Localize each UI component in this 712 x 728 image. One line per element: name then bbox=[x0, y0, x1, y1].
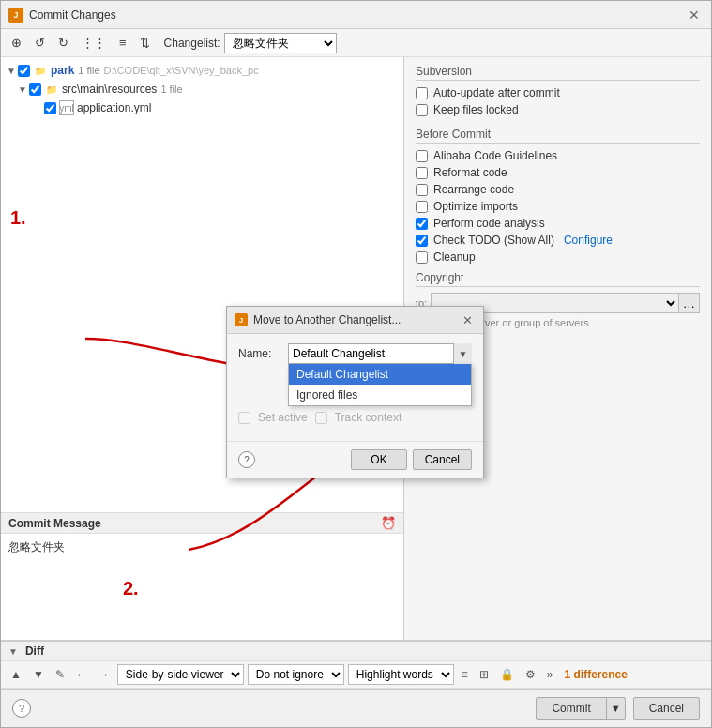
modal-title-text: Move to Another Changelist... bbox=[253, 313, 401, 326]
diff-more-btn[interactable]: » bbox=[543, 666, 557, 683]
diff-toolbar: ▲ ▼ ✎ ← → Side-by-side viewer Do not ign… bbox=[1, 661, 711, 689]
reformat-checkbox[interactable] bbox=[416, 167, 428, 179]
changelist-dropdown[interactable]: 忽略文件夹 bbox=[224, 33, 337, 53]
annotation-1: 1. bbox=[10, 207, 26, 229]
perform-row: Perform code analysis bbox=[416, 217, 700, 230]
modal-dropdown-toggle-btn[interactable]: ▼ bbox=[453, 343, 472, 364]
perform-checkbox[interactable] bbox=[416, 218, 428, 230]
tree-toggle[interactable]: ▼ bbox=[16, 84, 29, 95]
rearrange-label: Rearrange code bbox=[433, 183, 514, 196]
diff-settings-btn[interactable]: ≡ bbox=[458, 666, 472, 683]
diff-next-btn[interactable]: ▼ bbox=[29, 666, 48, 683]
modal-dropdown-item-ignored[interactable]: Ignored files bbox=[289, 385, 471, 405]
configure-link[interactable]: Configure bbox=[564, 234, 613, 247]
modal-body: Name: ▼ Default Changelist Ignored files… bbox=[227, 334, 483, 441]
diff-ignore-dropdown[interactable]: Do not ignore bbox=[248, 664, 344, 685]
commit-message-title: Commit Message bbox=[8, 517, 101, 530]
clock-icon: ⏰ bbox=[381, 516, 396, 530]
tree-item[interactable]: ▼ 📁 src\main\resources 1 file bbox=[1, 80, 403, 99]
commit-message-header: Commit Message ⏰ bbox=[1, 513, 403, 534]
diff-section: ▼ Diff ▲ ▼ ✎ ← → Side-by-side viewer Do … bbox=[1, 640, 711, 689]
track-context-label: Track context bbox=[335, 411, 402, 424]
auto-update-checkbox[interactable] bbox=[416, 87, 428, 99]
title-bar: J Commit Changes ✕ bbox=[1, 1, 711, 29]
copyright-label: Copyright bbox=[416, 271, 700, 287]
app-icon: J bbox=[8, 8, 23, 23]
close-button[interactable]: ✕ bbox=[685, 6, 704, 24]
folder-icon: 📁 bbox=[33, 63, 48, 78]
tree-node-name: src\main\resources bbox=[62, 83, 157, 96]
rearrange-checkbox[interactable] bbox=[416, 184, 428, 196]
modal-help-btn[interactable]: ? bbox=[238, 451, 255, 468]
changelist-label: Changelist: bbox=[164, 37, 220, 50]
tree-item[interactable]: ▼ 📁 park 1 file D:\CODE\qlt_x\SVN\yey_ba… bbox=[1, 61, 403, 80]
tree-node-name: park bbox=[51, 64, 74, 77]
modal-dropdown-list: Default Changelist Ignored files bbox=[288, 364, 472, 406]
toolbar-filter-btn[interactable]: ⇅ bbox=[135, 33, 155, 53]
modal-name-input[interactable] bbox=[288, 343, 472, 364]
auto-update-row: Auto-update after commit bbox=[416, 86, 700, 99]
keep-files-row: Keep files locked bbox=[416, 103, 700, 116]
alibaba-label: Alibaba Code Guidelines bbox=[433, 149, 557, 162]
cancel-button[interactable]: Cancel bbox=[633, 697, 700, 720]
tree-toggle[interactable]: ▼ bbox=[5, 66, 18, 76]
diff-edit-btn[interactable]: ✎ bbox=[52, 666, 68, 683]
alibaba-row: Alibaba Code Guidelines bbox=[416, 149, 700, 162]
tree-item[interactable]: yml application.yml bbox=[1, 99, 403, 117]
toolbar-group-btn[interactable]: ⋮⋮ bbox=[77, 33, 111, 53]
toolbar-move-up-btn[interactable]: ⊕ bbox=[7, 33, 26, 53]
main-window: J Commit Changes ✕ ⊕ ↺ ↻ ⋮⋮ ≡ ⇅ Changeli… bbox=[0, 0, 712, 728]
cleanup-label: Cleanup bbox=[433, 250, 476, 264]
tree-checkbox[interactable] bbox=[44, 102, 56, 114]
tree-checkbox[interactable] bbox=[18, 65, 30, 77]
modal-dropdown-item-default[interactable]: Default Changelist bbox=[289, 364, 471, 385]
diff-gear-btn[interactable]: ⚙ bbox=[522, 666, 539, 683]
diff-toggle-icon[interactable]: ▼ bbox=[8, 646, 18, 657]
modal-cancel-button[interactable]: Cancel bbox=[413, 449, 472, 470]
check-todo-row: Check TODO (Show All) Configure bbox=[416, 234, 700, 247]
tree-meta: 1 file bbox=[160, 83, 182, 95]
optimize-row: Optimize imports bbox=[416, 200, 700, 213]
cleanup-checkbox[interactable] bbox=[416, 251, 428, 264]
before-commit-section: Before Commit Alibaba Code Guidelines Re… bbox=[416, 128, 700, 264]
subversion-section: Subversion Auto-update after commit Keep… bbox=[416, 65, 700, 116]
optimize-checkbox[interactable] bbox=[416, 201, 428, 213]
cleanup-row: Cleanup bbox=[416, 250, 700, 264]
toolbar: ⊕ ↺ ↻ ⋮⋮ ≡ ⇅ Changelist: 忽略文件夹 bbox=[1, 29, 711, 57]
modal-title-left: J Move to Another Changelist... bbox=[235, 313, 401, 326]
modal-title-bar: J Move to Another Changelist... ✕ bbox=[227, 307, 483, 334]
alibaba-checkbox[interactable] bbox=[416, 150, 428, 162]
diff-columns-btn[interactable]: ⊞ bbox=[476, 666, 492, 683]
set-active-checkbox[interactable] bbox=[238, 412, 250, 424]
server-browse-btn[interactable]: … bbox=[679, 293, 700, 313]
yaml-file-icon: yml bbox=[59, 100, 74, 115]
action-bar: ? Commit ▼ Cancel bbox=[1, 689, 711, 727]
commit-button[interactable]: Commit bbox=[536, 697, 606, 720]
commit-message-textarea[interactable]: 忽略文件夹 bbox=[1, 534, 403, 637]
diff-title: Diff bbox=[25, 645, 44, 658]
modal-close-button[interactable]: ✕ bbox=[459, 311, 476, 328]
diff-count: 1 difference bbox=[564, 668, 627, 681]
check-todo-checkbox[interactable] bbox=[416, 235, 428, 247]
diff-prev-btn[interactable]: ▲ bbox=[7, 666, 25, 683]
diff-highlight-dropdown[interactable]: Highlight words bbox=[348, 664, 454, 685]
diff-back-btn[interactable]: ← bbox=[72, 666, 91, 683]
rearrange-row: Rearrange code bbox=[416, 183, 700, 196]
help-button[interactable]: ? bbox=[12, 699, 31, 718]
commit-split-button[interactable]: ▼ bbox=[606, 697, 626, 720]
modal-ok-button[interactable]: OK bbox=[351, 449, 406, 470]
diff-forward-btn[interactable]: → bbox=[95, 666, 114, 683]
diff-viewer-dropdown[interactable]: Side-by-side viewer bbox=[117, 664, 244, 685]
folder-icon: 📁 bbox=[44, 82, 59, 97]
tree-checkbox[interactable] bbox=[29, 83, 41, 96]
toolbar-redo-btn[interactable]: ↻ bbox=[53, 33, 73, 53]
diff-lock-btn[interactable]: 🔒 bbox=[496, 666, 518, 683]
track-context-checkbox[interactable] bbox=[315, 412, 327, 424]
toolbar-undo-btn[interactable]: ↺ bbox=[30, 33, 50, 53]
modal-checkboxes: Set active Track context bbox=[238, 411, 401, 424]
toolbar-sort-btn[interactable]: ≡ bbox=[114, 33, 131, 53]
keep-files-label: Keep files locked bbox=[433, 103, 519, 116]
keep-files-checkbox[interactable] bbox=[416, 104, 428, 116]
auto-update-label: Auto-update after commit bbox=[433, 86, 560, 99]
check-todo-label: Check TODO (Show All) bbox=[433, 234, 554, 247]
